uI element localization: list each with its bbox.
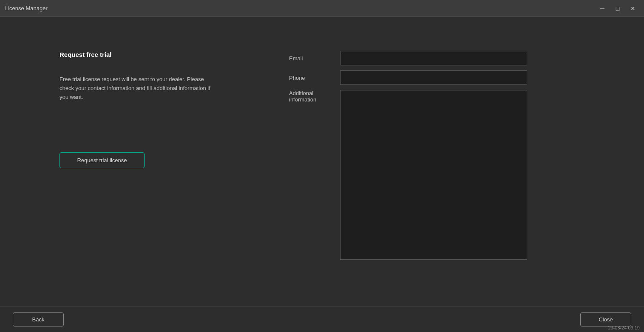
maximize-button[interactable]: □ (612, 3, 624, 14)
phone-label: Phone (289, 75, 332, 81)
additional-info-field[interactable] (340, 90, 527, 260)
phone-row: Phone (289, 70, 618, 85)
minimize-button[interactable]: ─ (596, 3, 608, 14)
close-window-button[interactable]: ✕ (627, 3, 639, 14)
section-title: Request free trial (60, 51, 264, 58)
main-content: Request free trial Free trial license re… (0, 17, 644, 307)
request-trial-button[interactable]: Request trial license (60, 152, 145, 168)
back-button[interactable]: Back (13, 312, 64, 326)
email-row: Email (289, 51, 618, 65)
description-text: Free trial license request will be sent … (60, 75, 213, 101)
right-panel: Email Phone Additional information (264, 51, 618, 260)
email-label: Email (289, 55, 332, 62)
title-bar: License Manager ─ □ ✕ (0, 0, 644, 17)
phone-field[interactable] (340, 70, 527, 85)
window-title: License Manager (5, 5, 48, 11)
email-field[interactable] (340, 51, 527, 65)
bottom-bar: Back Close (0, 307, 644, 332)
additional-info-label: Additional information (289, 90, 332, 103)
additional-info-row: Additional information (289, 90, 618, 260)
window-controls: ─ □ ✕ (596, 3, 639, 14)
close-button[interactable]: Close (580, 312, 631, 326)
timestamp: 23-08-24 09:19 (608, 325, 640, 330)
left-panel: Request free trial Free trial license re… (60, 51, 264, 168)
